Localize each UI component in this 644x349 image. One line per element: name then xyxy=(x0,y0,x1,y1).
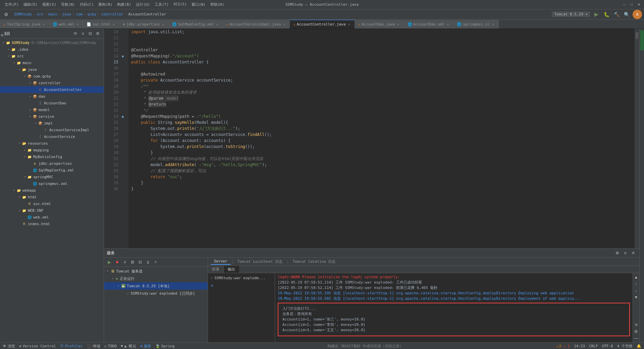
tab-close[interactable]: ✕ xyxy=(347,22,351,27)
panel-settings-btn[interactable]: ⚙ xyxy=(614,250,621,256)
status-encoding[interactable]: UTF-8 xyxy=(602,344,613,348)
breadcrumb-java[interactable]: java xyxy=(62,12,71,16)
code-content[interactable]: import java.util.List; @Controller @Requ… xyxy=(128,29,635,248)
tab-accountdao[interactable]: ☕ AccountDao.java ✕ xyxy=(355,20,404,29)
project-settings-btn[interactable]: ⚙ xyxy=(2,10,10,18)
menu-run[interactable]: 运行(U) xyxy=(134,1,152,8)
sync-btn[interactable]: ⟳ xyxy=(72,30,79,37)
console-tab-catalina[interactable]: Tomcat Catalina 日志 xyxy=(289,258,339,265)
section-output[interactable]: 输出 xyxy=(224,266,239,273)
breadcrumb-com[interactable]: com xyxy=(76,12,83,16)
status-spring[interactable]: 🍃 Spring xyxy=(155,344,175,348)
tab-testspring[interactable]: ☕ TestSpring.java ✕ xyxy=(0,20,49,29)
tab-accountdaoxml[interactable]: 🌐 AccountDao.xml ✕ xyxy=(404,20,454,29)
menu-code[interactable]: 代码(C) xyxy=(78,1,96,8)
notifications-btn[interactable]: 🔔 xyxy=(637,344,641,348)
services-add-btn[interactable]: + xyxy=(152,259,159,265)
deploy-item[interactable]: ✓ SSMStudy:war explode... xyxy=(211,275,272,281)
breadcrumb-qcby[interactable]: qcby xyxy=(88,12,97,16)
status-overview[interactable]: 👁 浏览 xyxy=(3,344,15,349)
tab-close[interactable]: ✕ xyxy=(282,22,286,26)
minimap-highlight[interactable] xyxy=(640,30,644,50)
user-avatar[interactable]: A xyxy=(633,10,642,19)
breadcrumb-src[interactable]: src xyxy=(37,12,44,16)
status-services[interactable]: ⚙ 服务 xyxy=(140,344,151,349)
service-tomcat-server[interactable]: ▾ 🖥 Tomcat 服务器 xyxy=(104,267,208,275)
tab-jdbcprops[interactable]: ⚙ jdbc.properties ✕ xyxy=(119,20,169,29)
status-lineending[interactable]: CRLF xyxy=(589,344,598,348)
tab-webxml[interactable]: 🌐 web.xml ✕ xyxy=(49,20,83,29)
console-scroll-bottom-btn[interactable]: ▼ xyxy=(634,295,639,300)
tree-item-springmvcxml[interactable]: 🌐 springmvc.xml xyxy=(0,180,104,187)
tree-item-indexhtml[interactable]: H index.html xyxy=(0,220,104,227)
tree-item-ssmstudy[interactable]: ▾ 📁 SSMStudy D:\IDEAproject\SSMStudy\SSM… xyxy=(0,39,104,46)
menu-navigate[interactable]: 导航(N) xyxy=(59,1,77,8)
deploy-refresh-btn[interactable]: ↺ xyxy=(211,282,272,289)
tab-close[interactable]: ✕ xyxy=(396,22,400,26)
tree-item-accountservice[interactable]: I AccountService xyxy=(0,133,104,140)
tree-item-jdbcprops[interactable]: ⚙ jdbc.properties xyxy=(0,160,104,167)
tree-item-mapping[interactable]: ▸ 📁 mapping xyxy=(0,147,104,153)
tab-accountcontroller[interactable]: ☕ AccountController.java ✕ xyxy=(290,20,355,29)
status-indent[interactable]: 4 个空格 xyxy=(617,344,633,349)
tree-item-idea[interactable]: ▸ 📁 .idea xyxy=(0,46,104,53)
status-vcs[interactable]: ⊕ Version Control xyxy=(19,344,56,348)
tree-item-webapp[interactable]: ▾ 📁 webapp xyxy=(0,187,104,194)
code-editor[interactable]: 10 11 12 13 14 15 16 17 18 19 20 21 22 2… xyxy=(104,29,639,248)
gutter-annotation-2[interactable]: ● xyxy=(122,113,128,119)
menu-bar[interactable]: 文件(F) 编辑(E) 视图(V) 导航(N) 代码(C) 重构(R) 构建(B… xyxy=(3,1,226,8)
tree-item-mybatisconfig[interactable]: ▾ 📁 MyBatisConfig xyxy=(0,153,104,160)
status-todo[interactable]: ☑ TODO xyxy=(104,344,117,348)
expand-btn[interactable]: ≡ xyxy=(79,30,86,37)
tree-item-resources[interactable]: ▾ 📂 resources xyxy=(0,140,104,147)
tab-close[interactable]: ✕ xyxy=(112,22,116,26)
scrollbar-thumb[interactable] xyxy=(636,32,638,39)
menu-view[interactable]: 视图(V) xyxy=(40,1,58,8)
breadcrumb-ssmstudy[interactable]: SSMStudy xyxy=(14,12,32,16)
build-btn[interactable]: 🔨 xyxy=(612,10,621,18)
right-scrollbar[interactable] xyxy=(635,29,639,248)
tab-close[interactable]: ✕ xyxy=(215,22,219,26)
services-refresh-btn[interactable]: ▶ xyxy=(106,259,113,265)
services-stop-btn[interactable]: ■ xyxy=(114,259,120,265)
breadcrumb-main[interactable]: main xyxy=(48,12,57,16)
console-close-btn[interactable]: — xyxy=(634,336,639,341)
run-btn[interactable]: ▶ xyxy=(592,10,600,18)
menu-vcs[interactable]: VCS(S) xyxy=(171,1,189,8)
services-toolbar-btn2[interactable]: ≡ xyxy=(121,259,128,265)
console-scroll-up-btn[interactable]: ↑ xyxy=(634,281,639,287)
maximize-button[interactable]: □ xyxy=(629,2,634,7)
search-btn[interactable]: 🔍 xyxy=(623,10,631,18)
menu-refactor[interactable]: 重构(R) xyxy=(96,1,114,8)
breadcrumb-controller[interactable]: controller xyxy=(101,12,123,16)
status-profiler[interactable]: ⏱ Profiler xyxy=(60,344,83,348)
tab-sqlmap[interactable]: 🌐 SqlMapConfig.xml ✕ xyxy=(169,20,223,29)
panel-config-btn[interactable]: ≡ xyxy=(622,250,629,256)
tree-item-html[interactable]: ▾ 📁 html xyxy=(0,194,104,200)
console-tab-server[interactable]: Server xyxy=(211,258,231,265)
status-position[interactable]: 14:33 xyxy=(574,344,585,348)
close-button[interactable]: ✕ xyxy=(637,2,641,7)
warning-badge[interactable]: ⚠ 2 ⚠ 1 xyxy=(556,344,570,348)
tree-item-accountcontroller[interactable]: C AccountController xyxy=(0,86,104,93)
services-toolbar-btn4[interactable]: ⊟ xyxy=(137,259,144,265)
service-running-group[interactable]: ▾ ▶ 正在运行 xyxy=(104,275,208,282)
tree-item-main[interactable]: ▾ 📁 main xyxy=(0,59,104,66)
services-toolbar-btn3[interactable]: ⊞ xyxy=(129,259,136,265)
gutter-annotation[interactable]: ● xyxy=(122,53,128,59)
tree-item-accountdao[interactable]: I AccountDao xyxy=(0,100,104,106)
service-tomcat-item[interactable]: ▾ ▶ Tomcat 8.5.29 [本地] xyxy=(104,282,208,290)
structure-icon[interactable]: ⊞ xyxy=(0,34,4,36)
tree-item-model[interactable]: ▸ 📦 model xyxy=(0,106,104,113)
tree-item-springmvc[interactable]: ▾ 📁 springMVC xyxy=(0,173,104,180)
services-filter-btn[interactable]: ⧖ xyxy=(145,259,151,265)
tree-item-impl[interactable]: ▾ 📦 impl xyxy=(0,120,104,127)
menu-edit[interactable]: 编辑(E) xyxy=(21,1,40,8)
tree-item-java[interactable]: ▾ 📂 java xyxy=(0,66,104,73)
console-scroll-down-btn[interactable]: ↓ xyxy=(634,288,639,293)
console-scroll-top-btn[interactable]: ▲ xyxy=(634,275,639,280)
service-app-item[interactable]: ✓ SSMStudy:war exploded [已同步] xyxy=(104,290,208,297)
tree-item-sqlmapconfig[interactable]: 🌐 SqlMapConfig.xml xyxy=(0,167,104,173)
menu-help[interactable]: 帮助(H) xyxy=(208,1,226,8)
menu-window[interactable]: 窗口(W) xyxy=(190,1,208,8)
